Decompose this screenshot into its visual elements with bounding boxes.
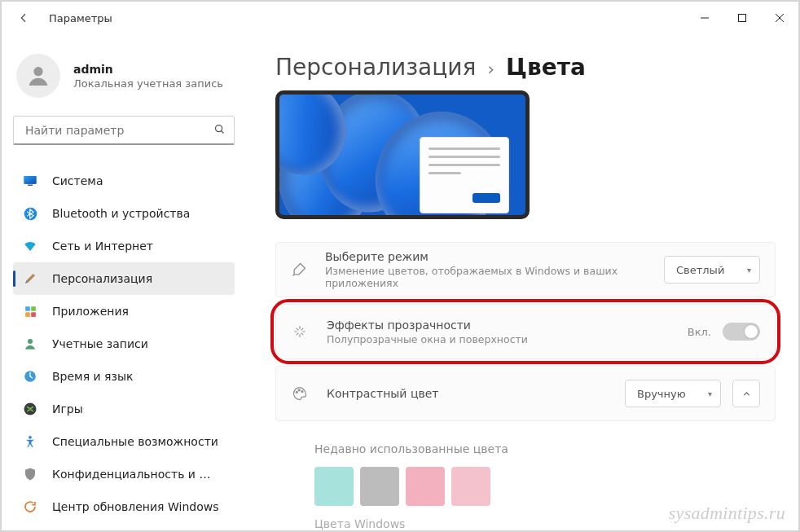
setting-row-accent[interactable]: Контрастный цвет Вручную ▾: [275, 366, 776, 421]
update-icon: [23, 499, 37, 514]
sidebar-item-label: Специальные возможности: [52, 435, 218, 448]
color-swatch[interactable]: [360, 467, 399, 506]
svg-point-19: [296, 391, 297, 393]
dropdown-value: Вручную: [637, 388, 686, 400]
svg-rect-8: [24, 176, 37, 184]
svg-rect-11: [25, 306, 30, 311]
svg-point-21: [301, 391, 303, 393]
color-swatch[interactable]: [406, 467, 445, 506]
palette-icon: [291, 385, 309, 402]
setting-title: Контрастный цвет: [327, 387, 438, 400]
sidebar-item-label: Центр обновления Windows: [52, 500, 218, 513]
recent-color-swatches: [314, 467, 776, 506]
chevron-down-icon: ▾: [747, 266, 751, 275]
sidebar-item-label: Приложения: [52, 305, 129, 318]
svg-line-6: [222, 130, 224, 133]
page-title: Цвета: [506, 54, 586, 81]
sidebar-item-network[interactable]: Сеть и Интернет: [13, 230, 235, 262]
bluetooth-icon: [23, 206, 37, 221]
profile-account-type: Локальная учетная запись: [73, 77, 223, 90]
sidebar-item-label: Система: [52, 174, 103, 187]
sidebar-item-label: Учетные записи: [52, 337, 148, 350]
sidebar-item-update[interactable]: Центр обновления Windows: [13, 490, 235, 523]
search-input[interactable]: [13, 116, 235, 145]
maximize-button[interactable]: [723, 2, 761, 34]
back-button[interactable]: [13, 7, 34, 29]
setting-title: Выберите режим: [325, 250, 646, 263]
sidebar-item-label: Игры: [52, 402, 83, 415]
svg-point-5: [216, 125, 222, 131]
chevron-down-icon: ▾: [708, 389, 712, 398]
mode-dropdown[interactable]: Светлый ▾: [664, 256, 760, 284]
sidebar-item-label: Время и язык: [52, 370, 133, 383]
svg-rect-1: [739, 15, 746, 22]
expand-accent-button[interactable]: [732, 380, 760, 407]
svg-point-18: [29, 436, 32, 439]
setting-subtitle: Полупрозрачные окна и поверхности: [327, 333, 528, 345]
sidebar-item-system[interactable]: Система: [13, 165, 235, 197]
setting-row-mode[interactable]: Выберите режим Изменение цветов, отображ…: [275, 242, 776, 297]
setting-subtitle: Изменение цветов, отображаемых в Windows…: [325, 265, 646, 289]
windows-colors-heading: Цвета Windows: [314, 517, 776, 530]
user-icon: [23, 336, 37, 351]
breadcrumb: Персонализация › Цвета: [275, 54, 776, 81]
sidebar-item-label: Bluetooth и устройства: [52, 207, 190, 220]
sidebar-item-personalization[interactable]: Персонализация: [13, 262, 235, 295]
sidebar-item-bluetooth[interactable]: Bluetooth и устройства: [13, 197, 235, 230]
search-icon: [213, 123, 226, 138]
titlebar: Параметры: [2, 2, 798, 34]
search-input-field[interactable]: [24, 123, 213, 138]
sidebar-item-apps[interactable]: Приложения: [13, 295, 235, 328]
theme-preview: [275, 90, 530, 219]
svg-point-15: [28, 339, 33, 344]
sidebar-item-time[interactable]: Время и язык: [13, 360, 235, 393]
toggle-state-label: Вкл.: [688, 326, 711, 338]
shield-icon: [23, 467, 37, 481]
window-title: Параметры: [49, 12, 112, 24]
svg-rect-13: [25, 312, 30, 317]
transparency-toggle[interactable]: [723, 323, 760, 341]
svg-rect-14: [31, 312, 36, 317]
profile-block[interactable]: admin Локальная учетная запись: [16, 54, 235, 98]
sidebar-item-privacy[interactable]: Конфиденциальность и безопасность: [13, 458, 235, 490]
close-button[interactable]: [761, 2, 798, 34]
sidebar-item-accessibility[interactable]: Специальные возможности: [13, 425, 235, 458]
sidebar-item-label: Конфиденциальность и безопасность: [52, 468, 215, 481]
wifi-icon: [23, 239, 37, 253]
color-swatch[interactable]: [451, 467, 490, 506]
brush-icon: [291, 262, 307, 278]
sparkle-icon: [291, 323, 309, 340]
sidebar-item-label: Персонализация: [52, 272, 152, 285]
accent-dropdown[interactable]: Вручную ▾: [625, 380, 721, 407]
color-swatch[interactable]: [314, 467, 354, 506]
setting-row-transparency[interactable]: Эффекты прозрачности Полупрозрачные окна…: [275, 304, 776, 359]
minimize-button[interactable]: [686, 2, 723, 34]
svg-rect-9: [28, 185, 33, 187]
breadcrumb-parent[interactable]: Персонализация: [275, 54, 476, 81]
accent-subsection: Недавно использованные цвета Цвета Windo…: [275, 442, 776, 530]
display-icon: [23, 174, 37, 188]
avatar: [16, 54, 60, 98]
accessibility-icon: [23, 434, 37, 449]
sidebar-nav: Система Bluetooth и устройства Сеть и Ин…: [13, 165, 235, 523]
profile-name: admin: [73, 63, 223, 76]
paintbrush-icon: [23, 271, 37, 286]
svg-point-20: [298, 389, 300, 391]
sidebar-item-accounts[interactable]: Учетные записи: [13, 328, 235, 360]
apps-icon: [23, 304, 37, 319]
setting-title: Эффекты прозрачности: [327, 319, 528, 332]
gaming-icon: [23, 402, 37, 416]
chevron-right-icon: ›: [487, 59, 495, 79]
dropdown-value: Светлый: [676, 264, 724, 276]
preview-window-mock: [420, 137, 509, 213]
sidebar-item-gaming[interactable]: Игры: [13, 393, 235, 425]
svg-point-17: [24, 403, 37, 415]
clock-globe-icon: [23, 369, 37, 384]
sidebar: admin Локальная учетная запись Система: [2, 34, 246, 530]
sidebar-item-label: Сеть и Интернет: [52, 240, 153, 253]
svg-point-4: [33, 67, 42, 76]
svg-rect-12: [31, 306, 36, 311]
recent-colors-heading: Недавно использованные цвета: [314, 442, 776, 455]
main-pane: Персонализация › Цвета: [246, 34, 798, 530]
